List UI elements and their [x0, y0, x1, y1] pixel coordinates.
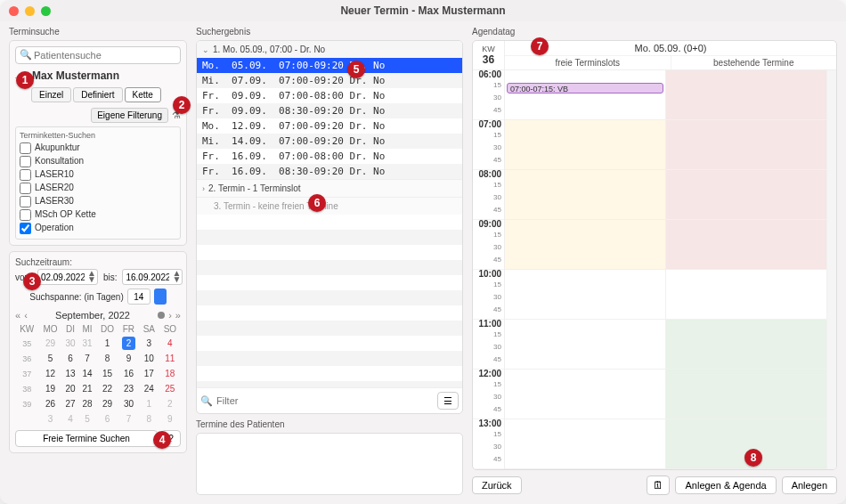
patient-terms-list: [196, 433, 463, 495]
back-button[interactable]: Zurück: [472, 476, 522, 494]
titlebar: Neuer Termin - Max Mustermann: [0, 0, 846, 21]
patient-name: Max Mustermann: [32, 69, 119, 82]
result-heading-1[interactable]: ⌄ 1. Mo. 05.09., 07:00 - Dr. No: [197, 41, 462, 58]
section-termine-patient: Termine des Patienten: [196, 419, 463, 429]
stepper-icon[interactable]: ▲▼: [173, 270, 182, 282]
result-slot[interactable]: Mo. 12.09. 07:00-09:20 Dr. No: [197, 118, 462, 134]
annotation-8: 8: [744, 449, 762, 467]
search-free-button[interactable]: Freie Termine Suchen: [15, 430, 158, 447]
annotation-3: 3: [23, 272, 41, 290]
col-exist-header: bestehende Termine: [671, 55, 837, 69]
chain-item[interactable]: LASER10: [20, 168, 176, 182]
result-slot[interactable]: Mi. 07.09. 07:00-09:20 Dr. No: [197, 73, 462, 88]
annotation-6: 6: [308, 194, 326, 212]
tab-definiert[interactable]: Definiert: [73, 87, 122, 102]
own-filter-button[interactable]: Eigene Filterung: [91, 108, 168, 123]
result-slot[interactable]: Mo. 05.09. 07:00-09:20 Dr. No: [197, 58, 462, 73]
free-slots-column[interactable]: 07:00-07:15: VB: [505, 70, 666, 469]
col-free-header: freie Terminslots: [505, 55, 671, 69]
chevron-down-icon: ⌄: [202, 45, 209, 54]
section-agendatag: Agendatag: [472, 27, 837, 37]
chain-item[interactable]: MSch OP Kette: [20, 208, 176, 222]
span-stepper-icon[interactable]: [154, 289, 167, 305]
cal-next-year-icon[interactable]: »: [175, 310, 181, 321]
result-slot[interactable]: Fr. 09.09. 07:00-08:00 Dr. No: [197, 88, 462, 103]
calendar[interactable]: KWMODIMIDOFRSASO352930311234365678910113…: [15, 322, 181, 427]
cal-month-label: September, 2022: [55, 310, 130, 321]
result-heading-2[interactable]: › 2. Termin - 1 Terminslot: [197, 179, 462, 197]
tab-einzel[interactable]: Einzel: [31, 87, 71, 102]
annotation-7: 7: [531, 37, 549, 55]
span-input[interactable]: [127, 289, 150, 305]
day-date: Mo. 05.09. (0+0): [505, 41, 836, 55]
kw-label: KW: [482, 45, 495, 53]
cal-next-month-icon[interactable]: ›: [168, 310, 172, 321]
close-icon[interactable]: [9, 6, 19, 16]
appointment-vb[interactable]: 07:00-07:15: VB: [507, 83, 663, 93]
chain-item[interactable]: LASER30: [20, 195, 176, 208]
cal-prev-month-icon[interactable]: ‹: [24, 310, 28, 321]
result-slot[interactable]: Fr. 16.09. 07:00-08:00 Dr. No: [197, 149, 462, 164]
chain-list: Terminketten-Suchen AkupunkturKonsultati…: [15, 126, 181, 240]
section-suchergebnis: Suchergebnis: [196, 27, 463, 37]
chain-item[interactable]: Konsultation: [20, 155, 176, 168]
minimize-icon[interactable]: [25, 6, 35, 16]
chain-header: Terminketten-Suchen: [20, 131, 176, 140]
calendar-icon[interactable]: 🗓: [647, 476, 670, 495]
bis-label: bis:: [103, 272, 118, 282]
chain-item[interactable]: Operation: [20, 222, 176, 235]
search-icon: 🔍: [20, 49, 32, 61]
annotation-2: 2: [173, 96, 191, 114]
patient-search-input[interactable]: [15, 46, 181, 64]
scrollbar[interactable]: [827, 70, 836, 469]
fullscreen-icon[interactable]: [41, 6, 51, 16]
section-terminsuche: Terminsuche: [9, 27, 187, 37]
result-heading-3: 3. Termin - keine freien Termine: [197, 197, 462, 215]
create-button[interactable]: Anlegen: [782, 476, 837, 494]
cal-prev-year-icon[interactable]: «: [15, 310, 20, 321]
annotation-5: 5: [347, 61, 365, 78]
existing-column[interactable]: [666, 70, 827, 469]
result-slot[interactable]: Fr. 09.09. 08:30-09:20 Dr. No: [197, 103, 462, 118]
tab-kette[interactable]: Kette: [125, 87, 161, 102]
search-icon: 🔍: [200, 395, 213, 407]
annotation-4: 4: [153, 431, 171, 449]
annotation-1: 1: [16, 71, 34, 89]
chain-item[interactable]: Akupunktur: [20, 142, 176, 155]
cal-today-icon[interactable]: [158, 312, 165, 319]
period-label: Suchzeitraum:: [15, 257, 181, 267]
result-filter-input[interactable]: [216, 395, 434, 406]
chevron-right-icon: ›: [202, 184, 205, 193]
result-slot[interactable]: Fr. 16.09. 08:30-09:20 Dr. No: [197, 164, 462, 179]
span-label: Suchspanne: (in Tagen): [29, 292, 123, 302]
kw-number: 36: [483, 53, 494, 66]
list-options-icon[interactable]: ☰: [437, 392, 459, 410]
window-title: Neuer Termin - Max Mustermann: [0, 4, 846, 17]
stepper-icon[interactable]: ▲▼: [87, 270, 96, 282]
chain-item[interactable]: LASER20: [20, 182, 176, 195]
result-slot[interactable]: Mi. 14.09. 07:00-09:20 Dr. No: [197, 134, 462, 149]
create-agenda-button[interactable]: Anlegen & Agenda: [675, 476, 776, 494]
